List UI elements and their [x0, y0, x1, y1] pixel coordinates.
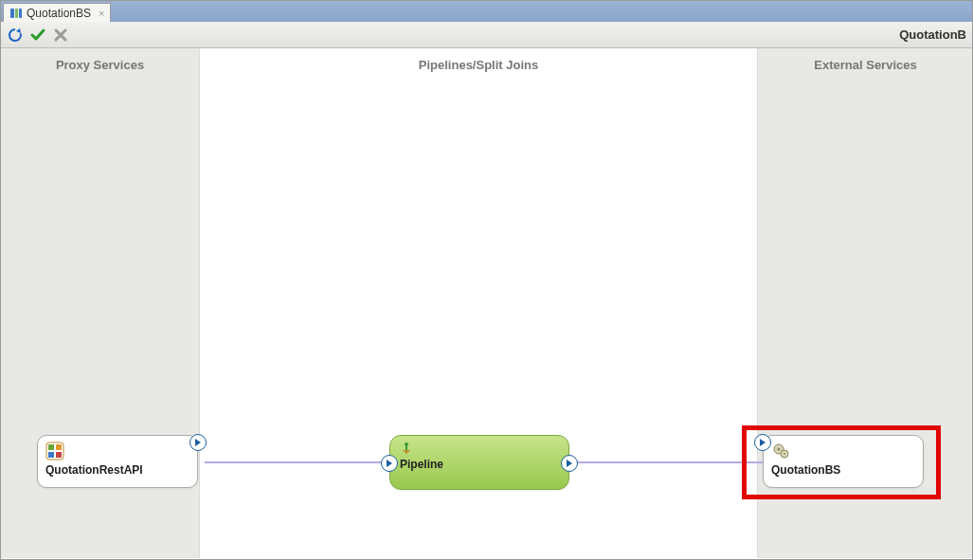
- svg-rect-6: [48, 452, 54, 458]
- close-icon[interactable]: ×: [99, 8, 104, 19]
- toolbar: QuotationB: [1, 22, 972, 48]
- wire-pipeline-to-business: [569, 461, 764, 463]
- svg-rect-2: [19, 9, 22, 18]
- pipeline-node[interactable]: Pipeline: [389, 435, 569, 490]
- svg-rect-7: [56, 452, 62, 458]
- svg-rect-9: [405, 446, 407, 450]
- port-out[interactable]: [189, 434, 207, 451]
- svg-point-13: [784, 453, 785, 455]
- refresh-button[interactable]: [7, 27, 24, 44]
- port-out[interactable]: [561, 455, 578, 472]
- business-service-node[interactable]: QuotationBS: [763, 435, 924, 488]
- tab-label: QuotationBS: [27, 7, 91, 20]
- svg-rect-1: [15, 9, 18, 18]
- service-bus-icon: [9, 7, 23, 20]
- gear-icon: [771, 442, 790, 463]
- svg-point-11: [778, 448, 781, 451]
- pipeline-label: Pipeline: [400, 458, 443, 471]
- port-in[interactable]: [754, 434, 771, 451]
- lane-header-external: External Services: [758, 48, 973, 72]
- proxy-label: QuotationRestAPI: [45, 463, 189, 477]
- tab-bar: QuotationBS ×: [1, 1, 972, 22]
- editor-title: QuotationB: [899, 27, 966, 42]
- lane-header-proxy: Proxy Services: [1, 48, 199, 72]
- proxy-service-node[interactable]: QuotationRestAPI: [37, 435, 198, 488]
- svg-rect-5: [56, 444, 62, 450]
- editor-tab[interactable]: QuotationBS ×: [3, 3, 111, 22]
- delete-button[interactable]: [52, 27, 69, 44]
- svg-rect-4: [48, 444, 54, 450]
- wire-proxy-to-pipeline: [205, 461, 389, 463]
- svg-rect-0: [10, 9, 14, 18]
- svg-point-8: [405, 443, 408, 446]
- canvas[interactable]: Proxy Services Pipelines/Split Joins Ext…: [1, 48, 972, 558]
- business-label: QuotationBS: [771, 463, 915, 477]
- pipeline-icon: [400, 442, 557, 458]
- proxy-icon: [45, 442, 64, 463]
- lane-header-pipeline: Pipelines/Split Joins: [200, 48, 757, 72]
- port-in[interactable]: [381, 455, 398, 472]
- validate-button[interactable]: [29, 27, 46, 44]
